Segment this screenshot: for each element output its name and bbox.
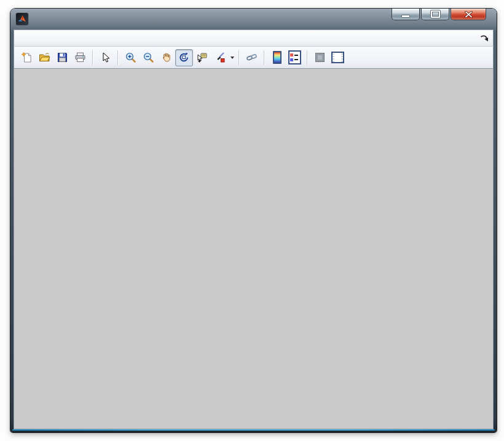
new-figure-button[interactable] bbox=[18, 49, 36, 66]
hide-plot-tools-button[interactable] bbox=[311, 49, 329, 66]
toolbar-separator bbox=[92, 50, 93, 65]
brush-icon bbox=[214, 52, 226, 63]
printer-icon bbox=[74, 52, 86, 63]
hide-plot-tools-icon bbox=[315, 53, 325, 62]
menu-tools[interactable] bbox=[53, 36, 63, 40]
show-plot-tools-icon bbox=[331, 52, 344, 63]
arrow-cursor-icon bbox=[100, 52, 111, 63]
zoom-out-button[interactable] bbox=[140, 49, 157, 66]
maximize-button[interactable] bbox=[421, 9, 449, 20]
data-cursor-button[interactable] bbox=[193, 49, 211, 66]
rotate-3d-icon bbox=[178, 52, 190, 63]
close-button[interactable] bbox=[451, 9, 486, 20]
menu-edit[interactable] bbox=[24, 36, 34, 40]
pan-button[interactable] bbox=[157, 49, 175, 66]
toolbar-separator bbox=[307, 50, 308, 65]
insert-legend-button[interactable] bbox=[286, 49, 304, 66]
menu-insert[interactable] bbox=[44, 36, 53, 40]
minimize-button[interactable] bbox=[392, 9, 420, 20]
zoom-in-icon bbox=[125, 52, 136, 63]
menu-desktop[interactable] bbox=[63, 36, 73, 40]
link-plot-button[interactable] bbox=[243, 49, 261, 66]
toolbar-separator bbox=[117, 50, 119, 65]
print-figure-button[interactable] bbox=[71, 49, 89, 66]
data-cursor-icon bbox=[196, 52, 208, 63]
menu-file[interactable] bbox=[14, 36, 24, 40]
dock-figure-icon[interactable] bbox=[479, 34, 489, 42]
brush-button[interactable] bbox=[211, 49, 229, 66]
menu-window[interactable] bbox=[73, 36, 83, 40]
open-file-button[interactable] bbox=[36, 49, 53, 66]
save-icon bbox=[57, 52, 68, 63]
rotate-3d-button[interactable] bbox=[175, 49, 193, 66]
figure-window bbox=[10, 9, 497, 432]
open-folder-icon bbox=[39, 52, 50, 63]
matlab-icon bbox=[16, 13, 28, 25]
brush-dropdown-button[interactable] bbox=[229, 50, 235, 66]
insert-colorbar-button[interactable] bbox=[268, 49, 286, 66]
colorbar-icon bbox=[273, 51, 282, 64]
figure-canvas-area bbox=[14, 69, 494, 429]
window-controls bbox=[392, 9, 486, 20]
toolbar-separator bbox=[238, 50, 240, 65]
pan-hand-icon bbox=[160, 52, 172, 63]
save-figure-button[interactable] bbox=[53, 49, 71, 66]
new-document-icon bbox=[21, 52, 33, 63]
edit-plot-button[interactable] bbox=[96, 49, 114, 66]
title-bar[interactable] bbox=[14, 9, 494, 29]
close-icon bbox=[465, 11, 473, 18]
menu-help[interactable] bbox=[83, 36, 93, 40]
menu-bar bbox=[14, 29, 494, 47]
desktop-background bbox=[0, 0, 504, 441]
maximize-icon bbox=[431, 10, 440, 18]
zoom-in-button[interactable] bbox=[122, 49, 140, 66]
minimize-icon bbox=[401, 15, 410, 18]
show-plot-tools-button[interactable] bbox=[329, 49, 347, 66]
chevron-down-icon bbox=[230, 57, 234, 59]
menu-view[interactable] bbox=[34, 36, 44, 40]
toolbar-separator bbox=[264, 50, 265, 65]
figure-toolbar bbox=[14, 47, 494, 69]
zoom-out-icon bbox=[143, 52, 154, 63]
link-icon bbox=[246, 52, 258, 63]
surface-plot-canvas[interactable] bbox=[14, 69, 493, 428]
legend-icon bbox=[288, 50, 301, 64]
